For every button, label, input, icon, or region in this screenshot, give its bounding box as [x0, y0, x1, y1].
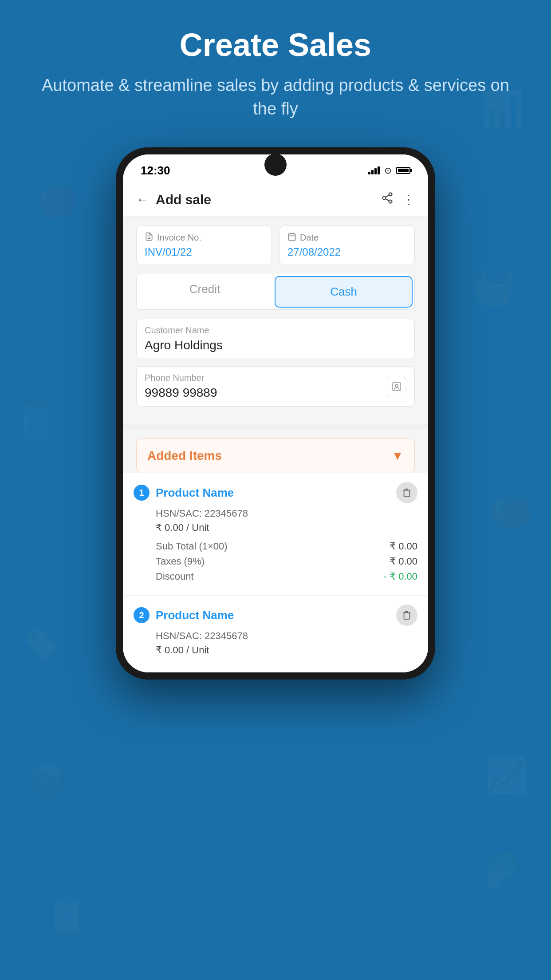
added-items-label: Added Items	[147, 449, 222, 463]
product-details-1: Sub Total (1×00) ₹ 0.00 Taxes (9%) ₹ 0.0…	[156, 541, 417, 582]
product-name-2[interactable]: Product Name	[156, 609, 234, 622]
customer-name-label: Customer Name	[145, 325, 406, 336]
wifi-icon: ⊙	[384, 165, 392, 176]
date-field[interactable]: Date 27/08/2022	[279, 225, 415, 265]
product-item-2: 2 Product Name HSN/SAC: 22345678 ₹ 0.	[123, 596, 428, 672]
svg-line-4	[386, 195, 389, 198]
app-header-right: ⋮	[381, 192, 415, 207]
status-icons: ⊙	[368, 165, 410, 176]
share-icon[interactable]	[381, 192, 394, 207]
payment-toggle: Credit Cash	[136, 274, 415, 310]
discount-row: Discount - ₹ 0.00	[156, 571, 417, 582]
taxes-label: Taxes (9%)	[156, 556, 205, 567]
product-number-1: 1	[134, 485, 150, 501]
cash-option[interactable]: Cash	[275, 276, 413, 308]
discount-label: Discount	[156, 571, 194, 582]
app-header-title: Add sale	[156, 192, 211, 207]
svg-line-3	[386, 199, 389, 201]
product-price-2: ₹ 0.00 / Unit	[156, 644, 417, 656]
delete-product-1-button[interactable]	[396, 482, 417, 503]
svg-point-12	[395, 384, 398, 387]
invoice-value: INV/01/22	[145, 246, 264, 258]
sub-total-value: ₹ 0.00	[390, 541, 417, 552]
svg-point-2	[389, 200, 392, 203]
product-number-2: 2	[134, 607, 150, 623]
product-price-1: ₹ 0.00 / Unit	[156, 522, 417, 533]
back-button[interactable]: ←	[136, 193, 149, 207]
products-list: 1 Product Name HSN/SAC: 22345678 ₹ 0.	[123, 473, 428, 672]
phone-number-field[interactable]: Phone Number 99889 99889	[136, 366, 415, 407]
page-title: Create Sales	[0, 27, 551, 63]
app-content: Invoice No. INV/01/22	[123, 217, 428, 424]
product-item-1: 1 Product Name HSN/SAC: 22345678 ₹ 0.	[123, 473, 428, 595]
more-options-icon[interactable]: ⋮	[402, 192, 415, 207]
date-label: Date	[287, 232, 406, 243]
contact-picker-icon[interactable]	[387, 377, 406, 396]
phone-mockup-container: 12:30 ⊙ ← Ad	[0, 147, 551, 680]
delete-product-2-button[interactable]	[396, 605, 417, 626]
invoice-field[interactable]: Invoice No. INV/01/22	[136, 225, 272, 265]
phone-screen: 12:30 ⊙ ← Ad	[123, 154, 428, 672]
phone-number-label: Phone Number	[145, 373, 387, 383]
phone-number-value: 99889 99889	[145, 386, 387, 400]
product-hsn-1: HSN/SAC: 22345678	[156, 508, 417, 519]
svg-rect-7	[289, 234, 295, 241]
product-header-2: 2 Product Name	[134, 605, 417, 626]
sub-total-row: Sub Total (1×00) ₹ 0.00	[156, 541, 417, 552]
invoice-date-row: Invoice No. INV/01/22	[136, 225, 415, 265]
svg-point-0	[389, 193, 392, 196]
section-divider	[123, 424, 428, 430]
status-time: 12:30	[141, 164, 170, 178]
sub-total-label: Sub Total (1×00)	[156, 541, 228, 552]
app-header: ← Add sale ⋮	[123, 183, 428, 217]
calendar-icon	[287, 232, 296, 243]
taxes-row: Taxes (9%) ₹ 0.00	[156, 556, 417, 567]
added-items-section: Added Items ▼	[123, 430, 428, 473]
battery-icon	[396, 167, 410, 174]
taxes-value: ₹ 0.00	[390, 556, 417, 567]
svg-point-1	[383, 197, 386, 200]
product-hsn-2: HSN/SAC: 22345678	[156, 630, 417, 642]
app-header-left: ← Add sale	[136, 192, 211, 207]
added-items-header[interactable]: Added Items ▼	[136, 439, 415, 473]
product-name-1[interactable]: Product Name	[156, 486, 234, 500]
discount-value: - ₹ 0.00	[384, 571, 417, 582]
signal-icon	[368, 166, 380, 174]
chevron-down-icon: ▼	[391, 449, 404, 463]
hero-section: Create Sales Automate & streamline sales…	[0, 0, 551, 138]
customer-name-value: Agro Holdings	[145, 338, 406, 352]
invoice-icon	[145, 232, 153, 243]
page-subtitle: Automate & streamline sales by adding pr…	[0, 74, 551, 121]
date-value: 27/08/2022	[287, 246, 406, 258]
invoice-label: Invoice No.	[145, 232, 264, 243]
customer-name-field[interactable]: Customer Name Agro Holdings	[136, 319, 415, 359]
product-header-1: 1 Product Name	[134, 482, 417, 503]
credit-option[interactable]: Credit	[137, 274, 273, 309]
phone-mockup: 12:30 ⊙ ← Ad	[116, 147, 435, 680]
phone-notch	[264, 154, 287, 176]
